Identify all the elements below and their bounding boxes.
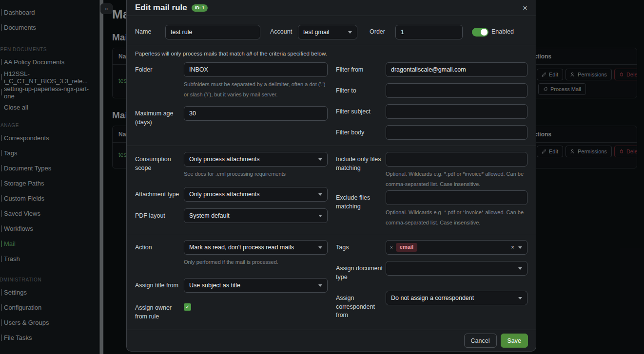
- tag-chip: email: [396, 243, 417, 252]
- account-label: Account: [270, 28, 298, 37]
- action-select[interactable]: Mark as read, don't process read mails: [184, 240, 328, 255]
- cancel-button[interactable]: Cancel: [464, 334, 497, 348]
- dialog-body: Name Account test gmail Order Enabled Pa…: [127, 16, 536, 321]
- dialog-footer: Cancel Save: [127, 330, 536, 351]
- consumption-scope-hint: See docs for .eml processing requirement…: [184, 169, 328, 179]
- chevron-down-icon: [348, 31, 352, 34]
- enabled-toggle[interactable]: [472, 28, 488, 37]
- include-files-hint: Optional. Wildcards e.g. *.pdf or *invoi…: [386, 169, 527, 189]
- app-window: Dashboard Documents OPEN DOCUMENTS AA Po…: [0, 0, 644, 354]
- max-age-input[interactable]: [184, 106, 328, 121]
- id-badge: ID: 1: [192, 4, 208, 12]
- consumption-scope-select[interactable]: Only process attachments: [184, 152, 328, 167]
- assign-doc-type-select[interactable]: [386, 261, 527, 276]
- filter-from-label: Filter from: [336, 62, 386, 77]
- attachment-type-select[interactable]: Only process attachments: [184, 187, 328, 202]
- chevron-down-icon: [318, 284, 322, 287]
- account-select-value: test gmail: [303, 29, 330, 36]
- assign-title-label: Assign title from: [135, 278, 184, 293]
- chevron-down-icon: [518, 267, 522, 270]
- action-hint: Only performed if the mail is processed.: [184, 257, 328, 267]
- edit-mail-rule-dialog: Edit mail rule ID: 1 × Name Account test…: [126, 0, 536, 352]
- assign-owner-checkbox[interactable]: ✓: [184, 303, 191, 311]
- include-files-input[interactable]: [386, 152, 527, 167]
- close-icon[interactable]: ×: [523, 4, 527, 12]
- chevron-down-icon: [318, 246, 322, 249]
- assign-title-select[interactable]: Use subject as title: [184, 278, 328, 293]
- include-files-label: Include only files matching: [336, 152, 386, 189]
- pdf-layout-select[interactable]: System default: [184, 208, 328, 223]
- pdf-layout-value: System default: [189, 212, 230, 219]
- divider: [127, 45, 536, 45]
- check-icon: ✓: [185, 304, 189, 310]
- consumption-scope-value: Only process attachments: [189, 156, 260, 163]
- consumption-scope-label: Consumption scope: [135, 152, 184, 179]
- divider: [127, 146, 536, 146]
- folder-hint: Subfolders must be separated by a delimi…: [184, 79, 328, 100]
- name-input[interactable]: [165, 25, 260, 39]
- chevron-down-icon: [318, 215, 322, 217]
- dialog-header: Edit mail rule ID: 1 ×: [127, 0, 536, 16]
- actions-section: Action Mark as read, don't process read …: [135, 240, 527, 321]
- divider: [127, 234, 536, 234]
- filter-subject-label: Filter subject: [336, 104, 386, 119]
- chevron-down-icon: [318, 158, 322, 161]
- action-value: Mark as read, don't process read mails: [189, 244, 294, 251]
- action-label: Action: [135, 240, 184, 267]
- assign-correspondent-label: Assign correspondent from: [336, 291, 386, 320]
- assign-correspondent-select[interactable]: Do not assign a correspondent: [386, 291, 527, 305]
- attachment-type-value: Only process attachments: [189, 191, 260, 198]
- folder-label: Folder: [135, 62, 184, 100]
- enabled-label: Enabled: [491, 28, 514, 37]
- chevron-down-icon: [518, 297, 522, 299]
- exclude-files-hint: Optional. Wildcards e.g. *.pdf or *invoi…: [386, 207, 527, 228]
- max-age-label: Maximum age (days): [135, 106, 184, 127]
- tags-select[interactable]: × email ×: [386, 240, 527, 255]
- account-select[interactable]: test gmail: [298, 25, 357, 39]
- filter-body-input[interactable]: [386, 125, 527, 140]
- filter-to-input[interactable]: [386, 83, 527, 98]
- dialog-title: Edit mail rule: [135, 3, 187, 13]
- chevron-down-icon: [518, 246, 522, 249]
- assign-owner-label: Assign owner from rule: [135, 300, 184, 321]
- exclude-files-label: Exclude files matching: [336, 190, 386, 228]
- exclude-files-input[interactable]: [386, 190, 527, 205]
- remove-tag-icon[interactable]: ×: [390, 245, 393, 250]
- filter-to-label: Filter to: [336, 83, 386, 98]
- save-button[interactable]: Save: [501, 334, 528, 348]
- assign-correspondent-value: Do not assign a correspondent: [391, 295, 474, 301]
- assign-title-value: Use subject as title: [189, 282, 240, 289]
- folder-input[interactable]: [184, 62, 328, 77]
- filter-from-input[interactable]: [386, 62, 527, 77]
- assign-doc-type-label: Assign document type: [336, 261, 386, 281]
- filter-body-label: Filter body: [336, 125, 386, 140]
- filter-subject-input[interactable]: [386, 104, 527, 119]
- tags-label: Tags: [336, 240, 386, 255]
- attachment-type-label: Attachment type: [135, 187, 184, 202]
- criteria-section: Folder Subfolders must be separated by a…: [135, 62, 527, 140]
- order-label: Order: [370, 28, 395, 37]
- criteria-note: Paperless will only process mails that m…: [135, 51, 527, 56]
- processing-section: Consumption scope Only process attachmen…: [135, 152, 527, 228]
- rule-identity-row: Name Account test gmail Order Enabled: [135, 21, 527, 43]
- toggle-knob: [481, 29, 488, 36]
- pdf-layout-label: PDF layout: [135, 208, 184, 223]
- name-label: Name: [135, 28, 165, 37]
- clear-tags-icon[interactable]: ×: [511, 244, 514, 251]
- chevron-down-icon: [318, 193, 322, 196]
- order-input[interactable]: [395, 25, 463, 39]
